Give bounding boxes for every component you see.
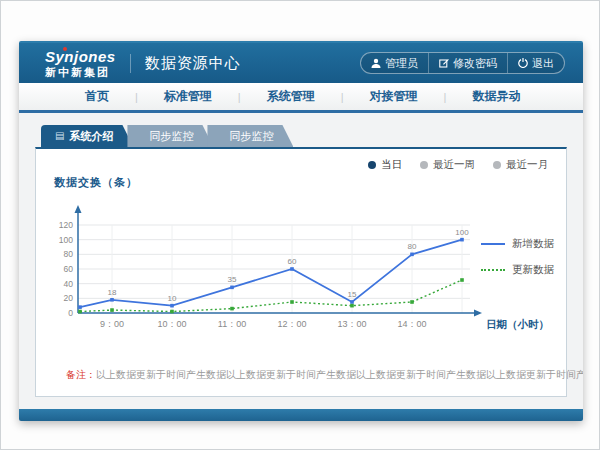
svg-text:15: 15 xyxy=(348,290,357,299)
header: Synjones 新中新集团 数据资源中心 管理员 修改密码 退出 xyxy=(19,41,583,83)
radio-icon xyxy=(420,161,428,169)
svg-text:60: 60 xyxy=(64,264,74,274)
change-password-button[interactable]: 修改密码 xyxy=(428,53,507,73)
admin-user-label: 管理员 xyxy=(385,56,418,71)
filter-label: 当日 xyxy=(381,158,402,172)
svg-text:13：00: 13：00 xyxy=(337,319,366,329)
chart-panel: 当日 最近一周 最近一月 数据交换（条） 0204060801001209：00… xyxy=(35,147,567,397)
logout-label: 退出 xyxy=(532,56,554,71)
tab-system-intro[interactable]: ▤ 系统介绍 xyxy=(41,125,133,147)
svg-text:18: 18 xyxy=(108,288,117,297)
tab-label: 系统介绍 xyxy=(69,125,113,147)
footnote-prefix: 备注： xyxy=(66,369,96,380)
svg-text:9：00: 9：00 xyxy=(100,319,124,329)
filter-label: 最近一周 xyxy=(433,158,475,172)
time-range-filter: 当日 最近一周 最近一月 xyxy=(368,158,548,172)
power-icon xyxy=(518,58,528,68)
svg-text:12：00: 12：00 xyxy=(277,319,306,329)
svg-text:10：00: 10：00 xyxy=(157,319,186,329)
tab-label: 同步监控 xyxy=(229,130,273,142)
user-icon xyxy=(371,58,381,68)
svg-text:11：00: 11：00 xyxy=(218,319,246,329)
logo-text-cn: 新中新集团 xyxy=(45,67,116,78)
svg-text:10: 10 xyxy=(168,294,177,303)
svg-text:20: 20 xyxy=(64,293,74,303)
logo-accent-dot xyxy=(63,47,67,51)
grid-doc-icon: ▤ xyxy=(55,131,64,141)
change-password-label: 修改密码 xyxy=(453,56,497,71)
header-user-toolbar: 管理员 修改密码 退出 xyxy=(360,52,565,74)
tab-sync-monitor-2[interactable]: 同步监控 xyxy=(207,125,293,147)
nav-item-home[interactable]: 首页 xyxy=(59,88,135,105)
pencil-square-icon xyxy=(439,58,449,68)
svg-text:14：00: 14：00 xyxy=(397,319,426,329)
svg-text:80: 80 xyxy=(64,249,74,259)
y-axis-title: 数据交换（条） xyxy=(54,175,138,190)
nav-item-system-mgmt[interactable]: 系统管理 xyxy=(241,88,341,105)
legend-label: 更新数据 xyxy=(512,263,554,277)
tab-label: 同步监控 xyxy=(149,130,193,142)
logout-button[interactable]: 退出 xyxy=(507,53,564,73)
company-logo: Synjones 新中新集团 xyxy=(45,49,130,78)
legend-item-update-data[interactable]: 更新数据 xyxy=(481,263,554,277)
dotted-line-icon xyxy=(481,269,505,271)
svg-text:60: 60 xyxy=(288,257,297,266)
filter-option-today[interactable]: 当日 xyxy=(368,158,402,172)
svg-text:日期（小时）: 日期（小时） xyxy=(486,318,549,331)
main-nav: 首页 | 标准管理 | 系统管理 | 对接管理 | 数据异动 xyxy=(19,83,583,113)
svg-text:80: 80 xyxy=(408,242,417,251)
footnote: 备注：以上数据更新于时间产生数据以上数据更新于时间产生数据以上数据更新于时间产生… xyxy=(66,368,583,382)
svg-text:40: 40 xyxy=(64,279,74,289)
svg-text:0: 0 xyxy=(68,308,73,318)
radio-selected-icon xyxy=(368,161,376,169)
nav-item-standard-mgmt[interactable]: 标准管理 xyxy=(138,88,238,105)
bottom-bar xyxy=(19,409,583,421)
nav-item-interface-mgmt[interactable]: 对接管理 xyxy=(344,88,444,105)
legend-item-new-data[interactable]: 新增数据 xyxy=(481,237,554,251)
footnote-text: 以上数据更新于时间产生数据以上数据更新于时间产生数据以上数据更新于时间产生数据以… xyxy=(96,369,583,380)
app-window: Synjones 新中新集团 数据资源中心 管理员 修改密码 退出 首页 | 标… xyxy=(19,41,583,421)
tab-sync-monitor-1[interactable]: 同步监控 xyxy=(127,125,213,147)
logo-text-en: Synjones xyxy=(45,49,116,64)
filter-option-last-month[interactable]: 最近一月 xyxy=(493,158,548,172)
tab-bar: ▤ 系统介绍 同步监控 同步监控 xyxy=(41,125,567,147)
filter-label: 最近一月 xyxy=(506,158,548,172)
page-title: 数据资源中心 xyxy=(130,54,241,73)
series-legend: 新增数据 更新数据 xyxy=(481,237,554,277)
radio-icon xyxy=(493,161,501,169)
legend-label: 新增数据 xyxy=(512,237,554,251)
solid-line-icon xyxy=(481,243,505,245)
admin-user-button[interactable]: 管理员 xyxy=(361,53,428,73)
content-area: ▤ 系统介绍 同步监控 同步监控 当日 最近一周 xyxy=(19,113,583,397)
line-chart: 0204060801001209：0010：0011：0012：0013：001… xyxy=(42,195,552,345)
filter-option-last-week[interactable]: 最近一周 xyxy=(420,158,475,172)
svg-text:100: 100 xyxy=(59,235,73,245)
nav-item-data-change[interactable]: 数据异动 xyxy=(446,88,546,105)
svg-text:120: 120 xyxy=(59,220,73,230)
svg-text:100: 100 xyxy=(455,228,469,237)
svg-text:35: 35 xyxy=(228,275,237,284)
